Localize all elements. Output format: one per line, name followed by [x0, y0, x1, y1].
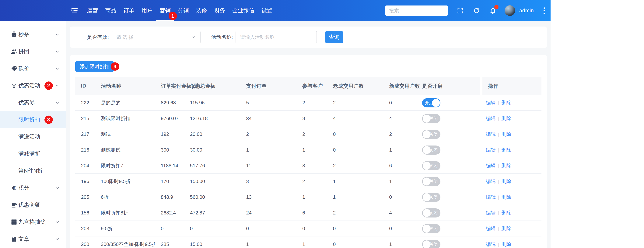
sidebar-item-selected[interactable]: 限时折扣3: [0, 111, 66, 128]
sidebar-item[interactable]: 优惠套餐: [0, 196, 66, 213]
sidebar-item[interactable]: 满减满折: [0, 145, 66, 162]
delete-link[interactable]: 删除: [501, 194, 511, 200]
table-row: 216测试测试30030.001101关闭编辑|删除: [75, 142, 542, 158]
delete-link[interactable]: 删除: [501, 162, 511, 169]
cell-new_users: 1: [384, 241, 416, 247]
step-badge-3: 3: [44, 116, 53, 124]
edit-link[interactable]: 编辑: [486, 131, 496, 138]
cell-participants: 2: [297, 100, 327, 106]
sidebar-item[interactable]: €积分: [0, 179, 66, 196]
activity-name-input[interactable]: [236, 31, 317, 43]
nav-item-label: 企业微信: [232, 7, 254, 15]
edit-link[interactable]: 编辑: [486, 194, 496, 200]
nav-item-8[interactable]: 财务: [210, 0, 229, 21]
cell-id: 203: [75, 226, 95, 231]
sidebar-item[interactable]: 文章: [0, 230, 66, 247]
edit-link[interactable]: 编辑: [486, 147, 496, 153]
enable-toggle-off[interactable]: 关闭: [422, 224, 440, 233]
query-button[interactable]: 查询: [325, 31, 343, 43]
enable-toggle-off[interactable]: 关闭: [422, 240, 440, 248]
nav-item-label: 装修: [196, 7, 207, 15]
kebab-menu-icon[interactable]: [543, 7, 546, 15]
cell-paid_amount: 170: [155, 178, 184, 184]
sidebar-item[interactable]: 优惠活动2: [0, 77, 66, 94]
edit-link[interactable]: 编辑: [486, 209, 496, 216]
column-header-6: 参与客户: [297, 83, 327, 89]
chevron-up-icon: [55, 83, 60, 88]
enable-toggle-off[interactable]: 关闭: [422, 114, 440, 123]
valid-select[interactable]: 请选择: [112, 31, 200, 43]
nav-item-label: 设置: [262, 7, 272, 15]
column-header-4: 优惠总金额: [184, 83, 240, 89]
edit-link[interactable]: 编辑: [486, 99, 496, 106]
refresh-icon[interactable]: [473, 7, 480, 15]
delete-link[interactable]: 删除: [501, 225, 511, 232]
delete-link[interactable]: 删除: [501, 241, 511, 247]
table-row: 196100限时9.5折170150.003211关闭编辑|删除: [75, 173, 542, 189]
cell-name: 9.5折: [95, 225, 155, 232]
cell-discount_total: 0: [184, 226, 240, 231]
sidebar-item-label: 满送活动: [18, 133, 40, 141]
edit-link[interactable]: 编辑: [486, 225, 496, 232]
sidebar-item[interactable]: 满送活动: [0, 128, 66, 145]
toggle-label: 关闭: [430, 208, 438, 217]
tag-icon: [10, 65, 18, 72]
nav-item-1[interactable]: 运营: [84, 0, 102, 21]
cell-actions: 编辑|删除: [480, 158, 542, 173]
cell-paid_orders: 2: [240, 131, 297, 137]
enable-toggle-off[interactable]: 关闭: [422, 130, 440, 139]
cell-paid_amount: 0: [155, 226, 184, 231]
column-header-7: 老成交用户数: [327, 83, 384, 89]
nav-item-label: 用户: [142, 7, 152, 15]
sidebar-item[interactable]: 砍价: [0, 60, 66, 77]
username[interactable]: admin: [519, 8, 534, 14]
delete-link[interactable]: 删除: [501, 99, 511, 106]
cell-actions: 编辑|删除: [480, 173, 542, 189]
cell-name: 是的是的: [95, 99, 155, 106]
enable-toggle-off[interactable]: 关闭: [422, 161, 440, 170]
edit-link[interactable]: 编辑: [486, 115, 496, 122]
sidebar-item-label: 九宫格抽奖: [18, 218, 46, 226]
enable-toggle-off[interactable]: 关闭: [422, 208, 440, 217]
table-row: 222是的是的829.68115.965220开启编辑|删除: [75, 95, 542, 111]
sidebar-item[interactable]: 九宫格抽奖: [0, 213, 66, 230]
enable-toggle-off[interactable]: 关闭: [422, 145, 440, 155]
delete-link[interactable]: 删除: [501, 209, 511, 216]
sidebar: 秒杀拼团砍价优惠活动2优惠券限时折扣3满送活动满减满折第N件N折€积分优惠套餐九…: [0, 21, 66, 248]
fullscreen-icon[interactable]: [456, 7, 464, 15]
sidebar-item[interactable]: 优惠券: [0, 94, 66, 111]
cell-new_users: 2: [384, 131, 416, 137]
cell-name: 限时折扣7: [95, 162, 155, 169]
enable-toggle-on[interactable]: 开启: [422, 98, 440, 107]
nav-item-2[interactable]: 商品: [102, 0, 120, 21]
nav-item-6[interactable]: 分销: [174, 0, 192, 21]
edit-link[interactable]: 编辑: [486, 241, 496, 247]
delete-link[interactable]: 删除: [501, 178, 511, 185]
nav-item-7[interactable]: 装修: [192, 0, 210, 21]
cell-old_users: 1: [327, 194, 384, 200]
cell-participants: 6: [297, 210, 327, 216]
delete-link[interactable]: 删除: [501, 115, 511, 122]
sidebar-item[interactable]: 拼团: [0, 43, 66, 60]
edit-link[interactable]: 编辑: [486, 162, 496, 169]
delete-link[interactable]: 删除: [501, 131, 511, 138]
enable-toggle-off[interactable]: 关闭: [422, 177, 440, 186]
sidebar-item-label: 优惠券: [18, 99, 35, 106]
cell-participants: 8: [297, 163, 327, 169]
column-header-3: 订单实付金额(元): [155, 83, 184, 89]
avatar[interactable]: [504, 5, 515, 16]
delete-link[interactable]: 删除: [501, 147, 511, 153]
enable-toggle-off[interactable]: 关闭: [422, 193, 440, 202]
sidebar-item[interactable]: 秒杀: [0, 26, 66, 43]
add-discount-button[interactable]: 添加限时折扣 4: [75, 61, 114, 72]
nav-item-9[interactable]: 企业微信: [229, 0, 258, 21]
search-input[interactable]: [386, 6, 448, 16]
bell-icon[interactable]: [489, 7, 496, 15]
nav-item-10[interactable]: 设置: [258, 0, 276, 21]
nav-item-4[interactable]: 用户: [138, 0, 156, 21]
edit-link[interactable]: 编辑: [486, 178, 496, 185]
nav-item-5-active[interactable]: 营销1: [156, 0, 174, 21]
sidebar-item[interactable]: 第N件N折: [0, 162, 66, 179]
nav-item-3[interactable]: 订单: [120, 0, 138, 21]
sidebar-collapse-button[interactable]: [71, 7, 78, 15]
